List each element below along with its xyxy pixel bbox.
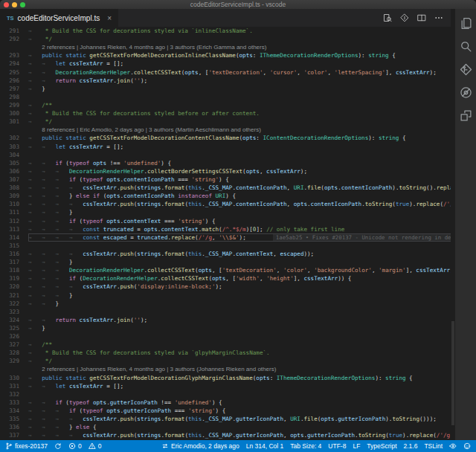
code-line[interactable]: 300→ * Build the CSS for decorations sty…	[0, 109, 451, 117]
line-number[interactable]: 309	[0, 192, 28, 200]
code-line[interactable]: 327→/**	[0, 340, 451, 349]
activity-search[interactable]	[457, 38, 474, 54]
code-line[interactable]: 326	[0, 332, 451, 340]
line-number[interactable]: 307	[0, 175, 28, 184]
code-line[interactable]: 335→→→→cssTextArr.push(strings.format(th…	[0, 415, 451, 423]
line-number[interactable]: 329	[0, 357, 28, 365]
scrollbar-slider[interactable]	[451, 321, 454, 425]
line-number[interactable]: 293	[0, 51, 28, 59]
code-line[interactable]: 306→→→DecorationRenderHelper.collectBord…	[0, 167, 451, 175]
code-line[interactable]: 323	[0, 308, 451, 316]
editor-scrollbar[interactable]	[451, 9, 455, 440]
split-editor-button[interactable]	[417, 13, 426, 22]
tab-codeEditorServiceImpl[interactable]: TS codeEditorServiceImpl.ts ×	[0, 9, 118, 27]
tslint-status[interactable]: TSLint	[424, 442, 443, 450]
line-number[interactable]: 310	[0, 200, 28, 208]
code-line[interactable]: 312→→→if (typeof opts.contentText === 's…	[0, 217, 451, 225]
line-number[interactable]: 314	[0, 233, 28, 242]
line-number[interactable]: 302	[0, 134, 28, 142]
line-number[interactable]: 333	[0, 398, 28, 407]
line-number[interactable]: 305	[0, 159, 28, 167]
open-preview-button[interactable]	[383, 13, 392, 22]
line-number[interactable]: 319	[0, 274, 28, 282]
close-window-button[interactable]	[4, 2, 9, 7]
line-number[interactable]: 328	[0, 349, 28, 357]
activity-explorer[interactable]	[457, 15, 474, 31]
code-line[interactable]: 321→→→}	[0, 291, 451, 300]
warning-count[interactable]: 0	[89, 442, 102, 450]
line-number[interactable]: 316	[0, 250, 28, 258]
code-line[interactable]: 292→ */	[0, 35, 451, 43]
line-number[interactable]: 296	[0, 77, 28, 85]
code-line[interactable]: 336→→→} else {	[0, 423, 451, 431]
code-line[interactable]: 324→→return cssTextArr.join('');	[0, 316, 451, 324]
gitlens-blame-status[interactable]: Eric Amodio, 2 days ago	[161, 442, 239, 450]
code-line[interactable]: 337→→→→cssTextArr.push(strings.format(th…	[0, 431, 451, 439]
line-number[interactable]: 295	[0, 68, 28, 77]
code-line[interactable]: 311→→→}	[0, 208, 451, 216]
code-line[interactable]: 334→→→if (typeof opts.gutterIconPath ===…	[0, 407, 451, 415]
code-line[interactable]: 296→→return cssTextArr.join('');	[0, 77, 451, 85]
tab-close-icon[interactable]: ×	[107, 14, 112, 22]
code-line[interactable]: 319→→→if (DecorationRenderHelper.collect…	[0, 274, 451, 282]
codelens-label[interactable]: 2 references | Johannes Rieken, 4 months…	[42, 366, 276, 372]
line-number[interactable]: 300	[0, 109, 28, 117]
code-line[interactable]: 304	[0, 151, 451, 159]
code-line[interactable]: 310→→→→cssTextArr.push(strings.format(th…	[0, 200, 451, 208]
line-number[interactable]: 303	[0, 143, 28, 151]
eol-status[interactable]: LF	[353, 442, 360, 450]
code-line[interactable]: 298	[0, 93, 451, 101]
minimize-window-button[interactable]	[12, 2, 17, 7]
line-number[interactable]: 334	[0, 407, 28, 415]
line-number[interactable]: 294	[0, 59, 28, 68]
codelens-label[interactable]: 2 references | Johannes Rieken, 4 months…	[42, 44, 266, 51]
code-line[interactable]: 301→ */	[0, 117, 451, 126]
line-number[interactable]: 331	[0, 382, 28, 390]
activity-source-control[interactable]	[457, 61, 474, 77]
indentation-status[interactable]: Tab Size: 4	[290, 442, 321, 450]
codelens-row[interactable]: 8 references | Eric Amodio, 2 days ago |…	[0, 126, 451, 134]
line-number[interactable]: 330	[0, 374, 28, 382]
code-line[interactable]: 332	[0, 390, 451, 398]
code-line[interactable]: 307→→→if (typeof opts.contentIconPath ==…	[0, 175, 451, 184]
line-number[interactable]: 292	[0, 35, 28, 43]
line-number[interactable]: 323	[0, 308, 28, 316]
line-number[interactable]: 299	[0, 101, 28, 109]
line-number[interactable]: 317	[0, 258, 28, 266]
line-number[interactable]: 335	[0, 415, 28, 423]
line-number[interactable]: 324	[0, 316, 28, 324]
code-line[interactable]: 308→→→→cssTextArr.push(strings.format(th…	[0, 184, 451, 192]
code-line[interactable]: 325→}	[0, 324, 451, 332]
code-line[interactable]: 315	[0, 242, 451, 250]
typescript-version[interactable]: 2.1.6	[404, 442, 418, 450]
line-number[interactable]: 308	[0, 184, 28, 192]
codelens-row[interactable]: 2 references | Johannes Rieken, 4 months…	[0, 365, 451, 373]
line-number[interactable]: 304	[0, 151, 28, 159]
code-line[interactable]: 297→}	[0, 85, 451, 93]
code-line[interactable]: 329→ */	[0, 357, 451, 365]
code-line[interactable]: 316→→→→cssTextArr.push(strings.format(th…	[0, 250, 451, 258]
code-line[interactable]: 322→→}	[0, 300, 451, 308]
line-number[interactable]: 337	[0, 431, 28, 439]
line-number[interactable]: 298	[0, 93, 28, 101]
code-line[interactable]: 318→→→DecorationRenderHelper.collectCSST…	[0, 266, 451, 274]
zoom-window-button[interactable]	[20, 2, 25, 7]
code-line[interactable]: 320→→→→cssTextArr.push('display:inline-b…	[0, 282, 451, 291]
code-line[interactable]: 299→/**	[0, 101, 451, 109]
line-number[interactable]: 318	[0, 266, 28, 274]
line-number[interactable]: 313	[0, 225, 28, 233]
code-line[interactable]: 291→ * Build the CSS for decorations sty…	[0, 27, 451, 35]
gitlens-button[interactable]	[400, 13, 409, 22]
line-number[interactable]: 325	[0, 324, 28, 332]
line-number[interactable]: 312	[0, 217, 28, 225]
code-line[interactable]: 313→→→→const truncated = opts.contentTex…	[0, 225, 451, 233]
line-number[interactable]: 327	[0, 340, 28, 349]
code-line[interactable]: 333→→if (typeof opts.gutterIconPath !== …	[0, 398, 451, 407]
codelens-label[interactable]: 8 references | Eric Amodio, 2 days ago |…	[42, 126, 261, 133]
line-number[interactable]: 322	[0, 300, 28, 308]
line-number[interactable]: 311	[0, 208, 28, 216]
line-number[interactable]: 332	[0, 390, 28, 398]
code-editor[interactable]: 291→ * Build the CSS for decorations sty…	[0, 27, 451, 440]
code-line[interactable]: 303→→let cssTextArr = [];	[0, 143, 451, 151]
code-line[interactable]: 309→→→} else if (opts.contentIconPath in…	[0, 192, 451, 200]
